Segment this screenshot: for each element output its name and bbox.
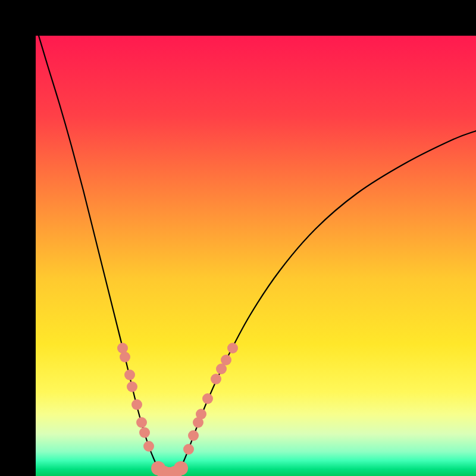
marker-dot — [139, 427, 150, 438]
marker-dot — [221, 355, 231, 365]
bottleneck-curve — [36, 36, 476, 476]
marker-dot — [136, 417, 147, 428]
marker-dot — [211, 374, 221, 384]
plot-area — [36, 36, 476, 476]
marker-dot — [143, 441, 154, 452]
marker-dot — [183, 444, 194, 455]
marker-dot — [174, 461, 188, 475]
marker-dot — [127, 381, 137, 392]
marker-dot — [188, 430, 199, 441]
marker-dot — [227, 343, 238, 353]
chart-frame — [0, 0, 476, 476]
marker-dot — [196, 409, 206, 419]
marker-dot — [124, 369, 135, 380]
marker-dot — [131, 399, 142, 410]
marker-dot — [202, 393, 213, 404]
marker-dot — [120, 352, 130, 362]
